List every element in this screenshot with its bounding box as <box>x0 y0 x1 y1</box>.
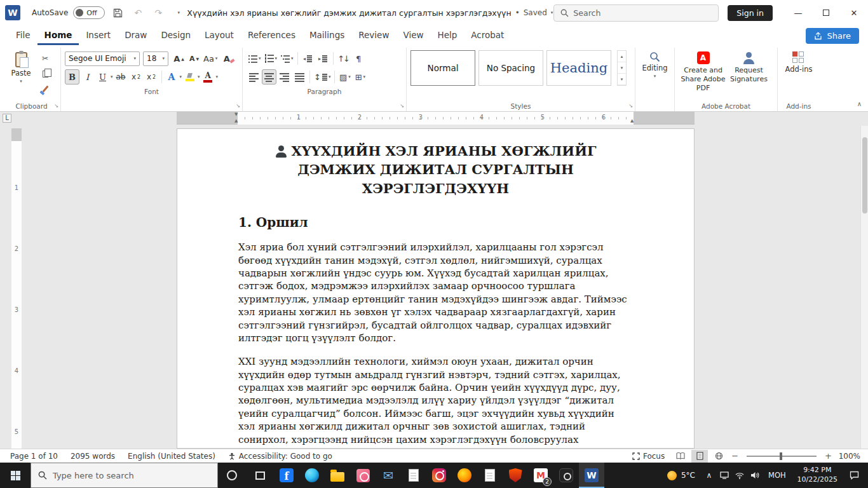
tab-insert[interactable]: Insert <box>79 27 118 45</box>
align-right-button[interactable] <box>277 69 292 85</box>
taskbar-icon-firefox[interactable] <box>452 463 477 488</box>
underline-button[interactable]: U <box>95 69 110 85</box>
tab-design[interactable]: Design <box>154 27 198 45</box>
first-line-indent-marker[interactable]: ▼ <box>234 112 238 117</box>
font-color-button[interactable]: A <box>201 69 215 85</box>
zoom-out-button[interactable]: − <box>729 451 740 461</box>
sort-button[interactable]: ↑↓ <box>336 51 351 66</box>
web-layout-button[interactable] <box>710 450 727 463</box>
zoom-in-button[interactable]: + <box>823 451 834 461</box>
maximize-button[interactable] <box>812 0 840 25</box>
paste-button[interactable]: Paste ▾ <box>6 48 36 84</box>
cortana-button[interactable] <box>218 463 246 488</box>
tab-layout[interactable]: Layout <box>198 27 241 45</box>
weather-widget[interactable]: 5°C <box>661 471 702 480</box>
font-dialog-launcher-icon[interactable]: ↘ <box>236 104 240 109</box>
focus-button[interactable]: Focus <box>627 452 670 461</box>
multilevel-list-button[interactable]: ▾ <box>279 51 295 66</box>
network-icon[interactable] <box>732 472 747 479</box>
tab-references[interactable]: References <box>241 27 302 45</box>
align-left-button[interactable] <box>247 69 261 85</box>
word-count[interactable]: 2095 words <box>65 452 120 461</box>
redo-icon[interactable]: ↷ <box>151 5 166 20</box>
cut-icon[interactable]: ✂ <box>38 52 52 65</box>
tab-mailings[interactable]: Mailings <box>302 27 351 45</box>
start-button[interactable] <box>0 463 31 488</box>
text-effects-button[interactable]: A <box>165 69 179 85</box>
taskbar-icon-facebook[interactable]: f <box>274 463 299 488</box>
style-heading-1[interactable]: Heading <box>546 50 611 86</box>
highlight-color-button[interactable] <box>182 69 197 85</box>
save-status-chevron-icon[interactable]: ▾ <box>551 10 553 15</box>
italic-button[interactable]: I <box>80 69 95 85</box>
share-button[interactable]: Share <box>806 28 859 44</box>
add-ins-button[interactable]: Add-ins <box>783 48 815 74</box>
styles-scroll-up-icon[interactable]: ▴ <box>618 51 626 62</box>
decrease-indent-button[interactable]: ◂ <box>301 51 315 66</box>
show-formatting-marks-button[interactable]: ¶ <box>351 51 366 66</box>
highlight-chevron-icon[interactable]: ▾ <box>198 74 200 79</box>
text-effects-chevron-icon[interactable]: ▾ <box>180 74 182 79</box>
task-view-button[interactable] <box>246 463 274 488</box>
grow-font-button[interactable]: A▲ <box>172 51 186 66</box>
styles-gallery-scroll[interactable]: ▴ ▾ ▾ <box>617 50 627 86</box>
taskbar-icon-camera-app[interactable] <box>553 463 579 488</box>
vertical-scrollbar[interactable] <box>860 126 868 449</box>
taskbar-clock[interactable]: 9:42 PM 10/22/2025 <box>792 466 843 485</box>
input-language-indicator[interactable]: MOH <box>763 471 792 480</box>
style-normal[interactable]: Normal <box>410 50 475 86</box>
right-indent-marker[interactable]: ▲ <box>630 119 634 123</box>
tab-home[interactable]: Home <box>37 27 79 45</box>
shrink-font-button[interactable]: A▼ <box>187 51 201 66</box>
copy-icon[interactable] <box>38 67 52 80</box>
close-button[interactable]: ✕ <box>840 0 868 25</box>
subscript-button[interactable]: x2 <box>129 69 144 85</box>
taskbar-icon-brave[interactable] <box>503 463 528 488</box>
sign-in-button[interactable]: Sign in <box>728 5 773 21</box>
tab-acrobat[interactable]: Acrobat <box>464 27 511 45</box>
speaker-icon[interactable] <box>747 471 763 479</box>
zoom-slider-thumb[interactable] <box>780 452 782 460</box>
create-pdf-button[interactable]: A Create and Share Adobe PDF <box>681 48 726 92</box>
style-no-spacing[interactable]: No Spacing <box>478 50 543 86</box>
styles-gallery-more-icon[interactable]: ▾ <box>618 74 626 85</box>
page-indicator[interactable]: Page 1 of 10 <box>5 452 63 461</box>
zoom-level[interactable]: 100% <box>836 452 860 461</box>
hanging-indent-marker[interactable]: ▲ <box>234 119 238 123</box>
tab-help[interactable]: Help <box>431 27 465 45</box>
change-case-button[interactable]: Aa▾ <box>202 51 219 66</box>
taskbar-icon-document[interactable] <box>401 463 426 488</box>
search-box[interactable]: Search <box>553 4 719 22</box>
language-indicator[interactable]: English (United States) <box>123 452 220 461</box>
taskbar-search[interactable]: Type here to search <box>31 463 218 488</box>
superscript-button[interactable]: x2 <box>144 69 159 85</box>
strikethrough-button[interactable]: ab <box>114 69 128 85</box>
paragraph-dialog-launcher-icon[interactable]: ↘ <box>400 104 404 109</box>
zoom-slider[interactable] <box>747 456 817 457</box>
print-layout-button[interactable] <box>691 450 708 463</box>
tab-review[interactable]: Review <box>351 27 396 45</box>
underline-chevron-icon[interactable]: ▾ <box>111 74 113 79</box>
minimize-button[interactable]: — <box>784 0 812 25</box>
hidden-icons-chevron[interactable]: ∧ <box>702 471 717 480</box>
document-page[interactable]: ХҮҮХДИЙН ХЭЛ ЯРИАНЫ ХӨГЖЛИЙГ ДЭМЖИХ ДИЖИ… <box>177 128 695 449</box>
autosave-toggle[interactable]: Off <box>73 6 105 19</box>
font-size-select[interactable]: 18▾ <box>143 51 168 66</box>
taskbar-icon-instagram[interactable] <box>426 463 452 488</box>
clipboard-dialog-launcher-icon[interactable]: ↘ <box>54 104 58 109</box>
align-center-button[interactable] <box>262 69 276 85</box>
taskbar-icon-edge[interactable] <box>299 463 325 488</box>
format-painter-icon[interactable] <box>38 83 52 95</box>
save-icon[interactable] <box>110 5 125 20</box>
taskbar-icon-notes[interactable] <box>477 463 503 488</box>
increase-indent-button[interactable]: ▸ <box>316 51 330 66</box>
taskbar-icon-photos[interactable] <box>350 463 376 488</box>
scrollbar-thumb[interactable] <box>862 137 867 214</box>
numbering-button[interactable]: ▾ <box>263 51 279 66</box>
taskbar-icon-word[interactable]: W <box>579 463 604 488</box>
bullets-button[interactable]: ▾ <box>247 51 262 66</box>
styles-dialog-launcher-icon[interactable]: ↘ <box>628 104 633 109</box>
taskbar-icon-mail[interactable]: ✉ <box>376 463 401 488</box>
request-signatures-button[interactable]: Request Signatures <box>726 48 772 84</box>
undo-icon[interactable]: ↶ <box>130 5 146 20</box>
